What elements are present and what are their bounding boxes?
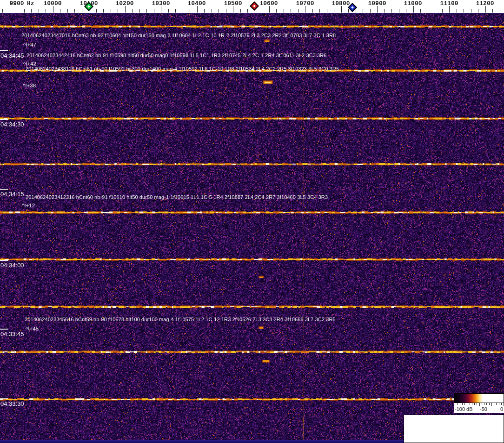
db-tick [460, 403, 460, 405]
db-tick [501, 403, 502, 405]
db-tick [472, 403, 472, 405]
db-tick [496, 403, 497, 405]
marker-center-dot [351, 6, 354, 9]
freq-axis-label: 11200 [476, 0, 494, 7]
db-gradient-bar [454, 393, 504, 403]
db-scale-legend: -100 dB -50 0 [454, 393, 504, 413]
freq-axis-label: 10700 [296, 0, 314, 7]
observation-info-panel: Date=2014-06-24 Time=02:34 UTC Freq=143 … [404, 415, 504, 443]
db-scale-labels: -100 dB -50 0 [454, 406, 504, 413]
db-tick [470, 403, 470, 405]
db-tick [455, 403, 455, 406]
db-label-mid: -50 [480, 406, 487, 412]
db-tick [464, 403, 465, 405]
freq-axis-unit: Hz [27, 0, 34, 7]
info-date-time: Date=2014-06-24 Time=02:34 UTC [406, 416, 504, 443]
db-tick [486, 403, 487, 405]
freq-axis-label: 10200 [115, 0, 133, 7]
db-tick [491, 403, 492, 406]
db-tick [474, 403, 475, 405]
db-tick [457, 403, 458, 405]
db-tick [499, 403, 499, 405]
freq-axis-label: 9900 [9, 0, 24, 7]
freq-axis-label: 10000 [43, 0, 61, 7]
marker-center-dot [87, 5, 90, 8]
db-tick [462, 403, 463, 405]
db-tick [484, 403, 484, 405]
db-label-min: -100 dB [455, 406, 473, 412]
db-tick [477, 403, 477, 405]
freq-axis-label: 10300 [152, 0, 170, 7]
frequency-ruler: Hz 9900100001010010200103001040010500106… [0, 0, 504, 13]
freq-axis-label: 10600 [259, 0, 278, 7]
freq-axis-label: 11100 [440, 0, 458, 7]
db-tick [489, 403, 490, 405]
freq-axis-label: 10800 [332, 0, 350, 7]
freq-axis-label: 10400 [187, 0, 206, 7]
meteor-spectrogram-app: Hz 9900100001010010200103001040010500106… [0, 0, 504, 443]
spectrogram-canvas [0, 13, 504, 443]
db-tick [494, 403, 494, 405]
freq-axis-label: 11000 [404, 0, 422, 7]
db-tick [479, 403, 480, 406]
freq-axis-label: 10500 [224, 0, 242, 7]
freq-axis-label: 10900 [368, 0, 386, 7]
db-tick [467, 403, 467, 406]
db-label-max: 0 [500, 406, 503, 412]
marker-center-dot [253, 5, 256, 7]
db-tick [482, 403, 482, 405]
